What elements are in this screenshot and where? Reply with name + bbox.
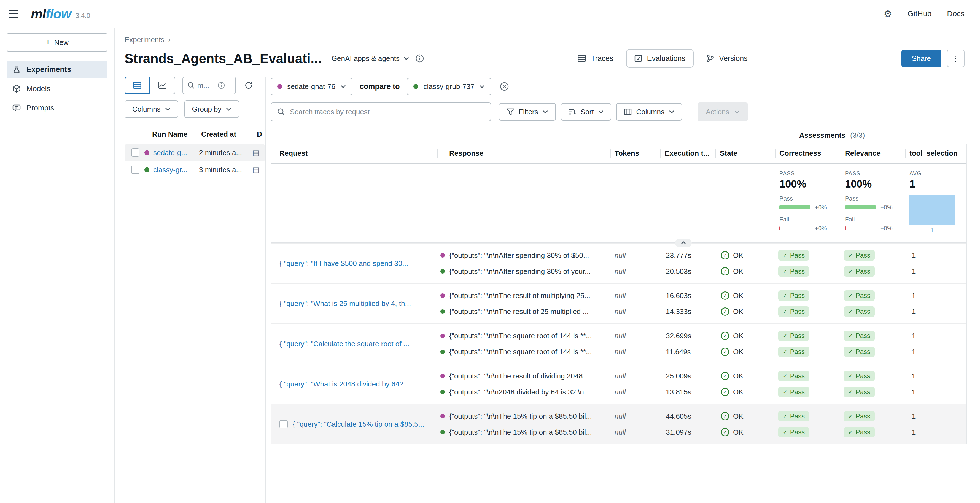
check-icon: ✓ [848, 333, 853, 339]
sort-button[interactable]: Sort [561, 103, 611, 121]
response-cell[interactable]: {"outputs": "\n\nThe 15% tip on a $85.50… [437, 412, 610, 420]
fail-delta: +0% [815, 225, 827, 232]
view-tabs: Traces Evaluations Versions [570, 49, 756, 68]
pass-badge: ✓Pass [844, 411, 875, 422]
fail-bar [845, 227, 876, 230]
request-cell[interactable]: { "query": "If I have $500 and spend 30.… [270, 259, 437, 268]
response-cell[interactable]: {"outputs": "\n\nThe square root of 144 … [437, 332, 610, 340]
experiment-type-dropdown[interactable]: GenAI apps & agents [331, 54, 409, 63]
request-column-header[interactable]: Request [270, 144, 437, 163]
response-cell[interactable]: {"outputs": "\n\nThe result of multiplyi… [437, 292, 610, 300]
request-cell[interactable]: { "query": "Calculate 15% tip on a $85.5… [270, 420, 437, 428]
tokens-column-header[interactable]: Tokens [610, 144, 660, 163]
trace-checkbox[interactable] [280, 420, 288, 428]
request-link[interactable]: { "query": "What is 25 multiplied by 4, … [280, 300, 411, 308]
trace-group: { "query": "Calculate 15% tip on a $85.5… [270, 404, 966, 444]
state-cell: ✓OK [716, 251, 775, 260]
github-link[interactable]: GitHub [907, 10, 932, 18]
run-name-header[interactable]: Run Name [152, 130, 201, 138]
remove-comparison-icon[interactable] [498, 81, 510, 92]
tab-traces[interactable]: Traces [570, 49, 622, 68]
response-cell[interactable]: {"outputs": "\n\nThe result of 25 multip… [437, 308, 610, 316]
created-at-header[interactable]: Created at [201, 130, 257, 138]
state-text: OK [733, 308, 743, 316]
tool-selection-mini-chart [910, 195, 955, 225]
table-view-icon [133, 82, 142, 89]
pass-badge: ✓Pass [844, 266, 875, 276]
response-cell[interactable]: {"outputs": "\n\nThe 15% tip on a $85.50… [437, 428, 610, 436]
docs-link[interactable]: Docs [947, 10, 964, 18]
request-cell[interactable]: { "query": "What is 25 multiplied by 4, … [270, 300, 437, 308]
info-icon[interactable] [415, 54, 424, 62]
pass-badge-label: Pass [790, 372, 805, 380]
request-link[interactable]: { "query": "What is 2048 divided by 64? … [280, 380, 412, 389]
request-link[interactable]: { "query": "If I have $500 and spend 30.… [280, 259, 408, 268]
request-link[interactable]: { "query": "Calculate 15% tip on a $85.5… [293, 420, 424, 428]
share-button[interactable]: Share [902, 49, 942, 67]
run-checkbox[interactable] [131, 149, 140, 157]
hamburger-menu-icon[interactable] [9, 6, 23, 21]
run-row[interactable]: classy-gr...3 minutes a...▤ [124, 161, 265, 178]
tab-evaluations[interactable]: Evaluations [626, 49, 694, 68]
response-cell[interactable]: {"outputs": "\n\n2048 divided by 64 is 3… [437, 388, 610, 397]
dataset-icon: ▤ [253, 165, 259, 174]
request-cell[interactable]: { "query": "Calculate the square root of… [270, 340, 437, 348]
correctness-column-header[interactable]: Correctness [775, 144, 840, 163]
response-cell[interactable]: {"outputs": "\n\nAfter spending 30% of $… [437, 251, 610, 260]
response-cell[interactable]: {"outputs": "\n\nAfter spending 30% of y… [437, 267, 610, 276]
summary-value: 1 [910, 178, 963, 190]
check-icon: ✓ [783, 413, 788, 419]
execution-time-cell: 32.699s [660, 332, 716, 340]
fail-bar [780, 227, 810, 230]
tool-selection-column-header[interactable]: tool_selection [905, 144, 967, 163]
request-link[interactable]: { "query": "Calculate the square root of… [280, 340, 409, 348]
main-content: Experiments › Strands_Agents_AB_Evaluati… [115, 27, 980, 503]
relevance-column-header[interactable]: Relevance [840, 144, 905, 163]
run-b-dropdown[interactable]: classy-grub-737 [407, 78, 492, 95]
state-text: OK [733, 347, 743, 356]
runs-search-input[interactable] [197, 81, 215, 90]
check-icon: ✓ [783, 268, 788, 275]
traces-icon [578, 55, 586, 62]
dataset-header[interactable]: D [257, 130, 262, 138]
run-color-dot [441, 374, 445, 378]
state-text: OK [733, 332, 743, 340]
refresh-icon[interactable] [243, 80, 254, 91]
info-icon [218, 82, 225, 89]
gear-icon[interactable]: ⚙ [884, 8, 892, 19]
ok-check-icon: ✓ [721, 292, 729, 300]
sidebar-item-label: Prompts [27, 104, 54, 113]
response-cell[interactable]: {"outputs": "\n\nThe square root of 144 … [437, 347, 610, 356]
request-cell[interactable]: { "query": "What is 2048 divided by 64? … [270, 380, 437, 389]
actions-button[interactable]: Actions [697, 103, 748, 121]
response-cell[interactable]: {"outputs": "\n\nThe result of dividing … [437, 372, 610, 381]
breadcrumb-experiments-link[interactable]: Experiments [124, 35, 164, 44]
response-column-header[interactable]: Response [437, 144, 610, 163]
run-row[interactable]: sedate-g...2 minutes a...▤ [124, 144, 265, 161]
pass-badge: ✓Pass [844, 427, 875, 438]
sidebar-item-prompts[interactable]: Prompts [6, 99, 108, 117]
run-name-link[interactable]: sedate-g... [153, 149, 199, 157]
execution-time-column-header[interactable]: Execution t... [660, 144, 716, 163]
run-checkbox[interactable] [131, 165, 140, 174]
sidebar-item-experiments[interactable]: Experiments [6, 60, 108, 78]
tokens-cell: null [610, 428, 660, 436]
kebab-menu-icon[interactable]: ⋮ [947, 49, 964, 67]
table-view-button[interactable] [124, 76, 150, 94]
chevron-down-icon [404, 57, 409, 60]
state-column-header[interactable]: State [716, 144, 775, 163]
mlflow-logo[interactable]: mlflow [31, 6, 71, 22]
group-by-button[interactable]: Group by [185, 100, 239, 118]
run-a-dropdown[interactable]: sedate-gnat-76 [270, 78, 353, 95]
trace-search-input[interactable] [290, 108, 485, 116]
collapse-summary-button[interactable] [675, 238, 692, 248]
trace-columns-button[interactable]: Columns [616, 103, 682, 121]
tab-versions[interactable]: Versions [698, 49, 756, 68]
relevance-cell: ✓Pass [840, 387, 905, 397]
filters-button[interactable]: Filters [499, 103, 556, 121]
chart-view-button[interactable] [150, 76, 175, 94]
new-button[interactable]: + New [6, 33, 108, 52]
run-name-link[interactable]: classy-gr... [153, 165, 199, 174]
sidebar-item-models[interactable]: Models [6, 80, 108, 97]
runs-columns-button[interactable]: Columns [124, 100, 178, 118]
